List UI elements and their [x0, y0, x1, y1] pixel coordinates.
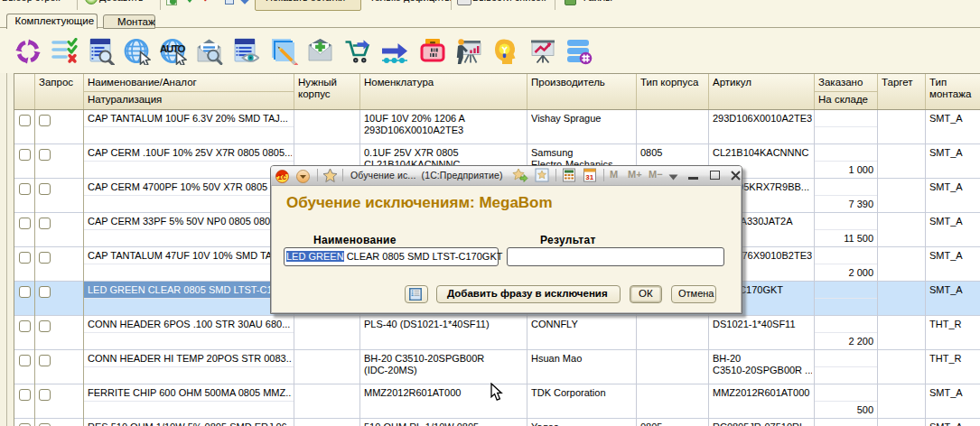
svg-text:1с: 1с: [278, 172, 287, 181]
svg-text:31: 31: [585, 173, 593, 181]
svg-text:AUTO: AUTO: [160, 43, 186, 54]
